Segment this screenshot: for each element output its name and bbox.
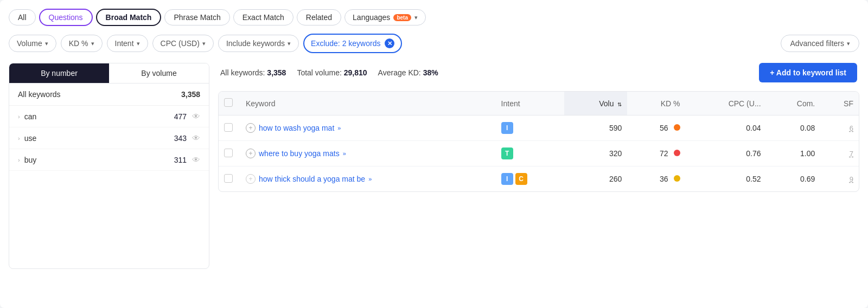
sf-value: 6 (820, 116, 859, 141)
tab-all[interactable]: All (9, 9, 36, 25)
tab-exact-match[interactable]: Exact Match (233, 9, 293, 25)
advanced-filters-button[interactable]: Advanced filters ▾ (781, 35, 859, 52)
volume-label: Volume (17, 39, 42, 48)
add-keyword-icon[interactable]: + (246, 149, 256, 158)
chevron-down-icon: ▾ (91, 40, 94, 47)
intent-badge-i: I (501, 173, 513, 185)
intent-badges: T (501, 147, 559, 159)
eye-icon[interactable]: 👁 (192, 133, 200, 143)
volume-filter[interactable]: Volume ▾ (9, 35, 56, 52)
cpc-value: 0.52 (686, 166, 767, 192)
kd-filter[interactable]: KD % ▾ (61, 35, 103, 52)
tabs-row: All Questions Broad Match Phrase Match E… (9, 9, 859, 26)
sidebar-item[interactable]: › use 343 👁 (9, 127, 209, 149)
intent-badges: I (501, 122, 559, 134)
row-checkbox[interactable] (224, 174, 233, 183)
eye-icon[interactable]: 👁 (192, 155, 200, 164)
languages-label: Languages (353, 13, 390, 22)
sf-value: 9 (820, 166, 859, 192)
keyword-link[interactable]: + how thick should a yoga mat be » (246, 174, 490, 184)
kd-indicator (674, 124, 680, 131)
toggle-by-number[interactable]: By number (9, 63, 109, 83)
com-value: 1.00 (767, 141, 821, 166)
sidebar-keyword-label: can (24, 112, 37, 121)
col-com: Com. (767, 92, 821, 116)
sidebar-item[interactable]: › buy 311 👁 (9, 149, 209, 171)
kd-indicator (674, 150, 680, 156)
add-to-keyword-list-button[interactable]: + Add to keyword list (759, 63, 857, 82)
sidebar-all-keywords-row: All keywords 3,358 (9, 84, 209, 106)
exclude-clear-button[interactable]: ✕ (385, 39, 394, 48)
select-all-checkbox[interactable] (224, 98, 233, 107)
toggle-by-volume[interactable]: By volume (109, 63, 209, 83)
intent-badge-t: T (501, 147, 513, 159)
tab-questions[interactable]: Questions (39, 9, 93, 26)
volume-value: 260 (564, 166, 627, 192)
intent-badge-c: C (515, 173, 527, 185)
cpc-value: 0.76 (686, 141, 767, 166)
cpc-filter[interactable]: CPC (USD) ▾ (152, 35, 214, 52)
eye-icon[interactable]: 👁 (192, 112, 200, 121)
sidebar-keyword-label: buy (24, 156, 37, 164)
keywords-table-wrapper: Keyword Intent Volu ⇅ KD % CPC (U... Com… (218, 91, 859, 192)
tab-phrase-match[interactable]: Phrase Match (164, 9, 229, 25)
kd-label: KD % (69, 39, 88, 48)
chevron-right-icon: › (18, 157, 20, 163)
tab-related[interactable]: Related (297, 9, 341, 25)
add-keyword-icon[interactable]: + (246, 174, 256, 184)
cpc-value: 0.04 (686, 116, 767, 141)
volume-value: 590 (564, 116, 627, 141)
chevron-right-icon: › (18, 113, 20, 120)
keyword-text: where to buy yoga mats (259, 149, 340, 158)
intent-badges: I C (501, 173, 559, 185)
exclude-keywords-filter[interactable]: Exclude: 2 keywords ✕ (303, 34, 402, 53)
include-keywords-label: Include keywords (226, 39, 285, 48)
sort-icon: ⇅ (617, 101, 622, 107)
add-keyword-icon[interactable]: + (246, 123, 256, 133)
cpc-label: CPC (USD) (161, 39, 200, 48)
sidebar-keyword-count: 477 (174, 112, 187, 121)
exclude-label: Exclude: 2 keywords (311, 39, 380, 48)
main-area: By number By volume All keywords 3,358 ›… (9, 63, 859, 269)
chevron-right-icon: › (18, 135, 20, 142)
table-row: + how thick should a yoga mat be » I C (219, 166, 859, 192)
kd-indicator (674, 175, 680, 182)
languages-dropdown[interactable]: Languages beta ▾ (344, 9, 426, 25)
chevron-down-icon: ▾ (414, 14, 418, 21)
volume-value: 320 (564, 141, 627, 166)
sidebar-toggle: By number By volume (9, 63, 209, 84)
col-intent: Intent (496, 92, 565, 116)
summary-bar: All keywords: 3,358 Total volume: 29,810… (218, 63, 859, 82)
com-value: 0.69 (767, 166, 821, 192)
sidebar-item[interactable]: › can 477 👁 (9, 106, 209, 127)
total-volume-stat: Total volume: 29,810 (297, 68, 367, 77)
col-kd[interactable]: KD % (627, 92, 685, 116)
intent-filter[interactable]: Intent ▾ (107, 35, 148, 52)
intent-label: Intent (115, 39, 134, 48)
kd-value: 36 (627, 166, 685, 192)
include-keywords-filter[interactable]: Include keywords ▾ (218, 35, 299, 52)
tab-broad-match[interactable]: Broad Match (96, 9, 162, 26)
kd-value: 72 (627, 141, 685, 166)
sidebar-keyword-label: use (24, 134, 37, 143)
keyword-link[interactable]: + where to buy yoga mats » (246, 149, 490, 158)
row-checkbox[interactable] (224, 123, 233, 132)
chevron-down-icon: ▾ (847, 40, 850, 47)
keywords-count-stat: All keywords: 3,358 (220, 68, 286, 77)
sidebar: By number By volume All keywords 3,358 ›… (9, 63, 209, 269)
chevron-down-icon: ▾ (288, 40, 291, 47)
com-value: 0.08 (767, 116, 821, 141)
content-area: All keywords: 3,358 Total volume: 29,810… (218, 63, 859, 269)
keyword-text: how to wash yoga mat (259, 124, 334, 132)
col-sf: SF (820, 92, 859, 116)
keyword-link[interactable]: + how to wash yoga mat » (246, 123, 490, 133)
intent-badge-i: I (501, 122, 513, 134)
chevron-down-icon: ▾ (45, 40, 48, 47)
table-row: + how to wash yoga mat » I 590 (219, 116, 859, 141)
table-row: + where to buy yoga mats » T 320 (219, 141, 859, 166)
row-checkbox[interactable] (224, 149, 233, 157)
sidebar-keyword-count: 311 (174, 156, 187, 164)
all-keywords-count: 3,358 (181, 90, 200, 99)
chevron-double-icon: » (343, 150, 346, 157)
col-volume[interactable]: Volu ⇅ (564, 92, 627, 116)
